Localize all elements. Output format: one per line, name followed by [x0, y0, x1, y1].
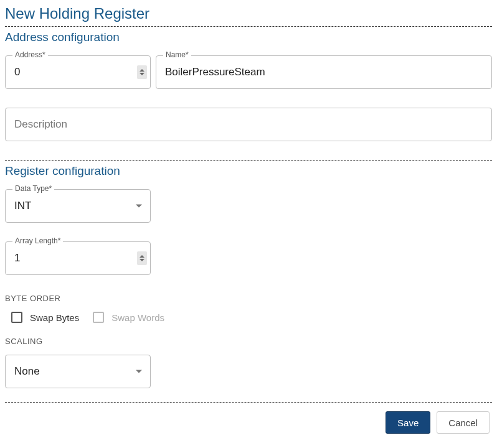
- divider: [5, 26, 492, 27]
- description-field-wrap: [5, 108, 492, 141]
- chevron-down-icon: [140, 259, 144, 261]
- register-section-title: Register configuration: [5, 164, 492, 178]
- address-section-title: Address configuration: [5, 30, 492, 44]
- array-length-label: Array Length*: [12, 236, 63, 245]
- cancel-button[interactable]: Cancel: [437, 411, 490, 434]
- address-spinner[interactable]: [137, 65, 147, 79]
- address-input[interactable]: [5, 55, 151, 89]
- save-button[interactable]: Save: [386, 411, 430, 434]
- chevron-up-icon: [140, 69, 144, 72]
- swap-bytes-item: Swap Bytes: [11, 312, 79, 323]
- byte-order-title: BYTE ORDER: [5, 294, 492, 303]
- swap-words-checkbox: [93, 312, 104, 323]
- divider: [5, 402, 492, 403]
- caret-down-icon: [136, 205, 142, 208]
- description-input[interactable]: [5, 108, 492, 141]
- data-type-value: INT: [14, 200, 31, 212]
- array-length-spinner[interactable]: [137, 251, 147, 265]
- name-input[interactable]: [156, 55, 492, 89]
- scaling-title: SCALING: [5, 337, 492, 346]
- address-label: Address*: [12, 50, 48, 59]
- name-field-wrap: Name*: [156, 55, 492, 89]
- data-type-label: Data Type*: [12, 184, 54, 193]
- footer: Save Cancel: [5, 411, 492, 434]
- divider: [5, 160, 492, 161]
- swap-bytes-checkbox[interactable]: [11, 312, 22, 323]
- chevron-down-icon: [140, 73, 144, 75]
- array-length-input[interactable]: [5, 241, 151, 275]
- swap-bytes-label: Swap Bytes: [30, 312, 79, 323]
- register-config-section: Register configuration Data Type* INT Ar…: [5, 164, 492, 388]
- array-length-field-wrap: Array Length*: [5, 241, 151, 275]
- address-config-section: Address configuration Address* Name*: [5, 30, 492, 141]
- address-field-wrap: Address*: [5, 55, 151, 89]
- page-title: New Holding Register: [5, 5, 492, 22]
- chevron-up-icon: [140, 255, 144, 258]
- swap-words-label: Swap Words: [111, 312, 164, 323]
- scaling-field-wrap: None: [5, 355, 151, 388]
- scaling-value: None: [14, 365, 40, 378]
- scaling-select[interactable]: None: [5, 355, 151, 388]
- swap-words-item: Swap Words: [93, 312, 164, 323]
- caret-down-icon: [136, 370, 142, 373]
- data-type-select[interactable]: INT: [5, 189, 151, 223]
- data-type-field-wrap: Data Type* INT: [5, 189, 151, 223]
- name-label: Name*: [163, 50, 191, 59]
